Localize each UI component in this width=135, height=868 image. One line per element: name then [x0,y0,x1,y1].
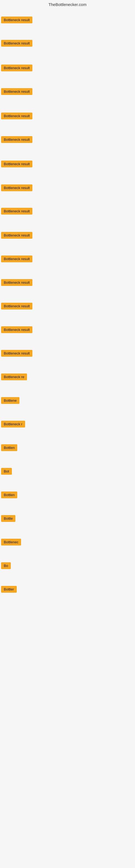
badge-row-7: Bottleneck result [1,161,32,168]
badge-row-13: Bottleneck result [1,303,32,311]
page-wrapper: TheBottlenecker.com Bottleneck resultBot… [0,0,135,868]
bottleneck-badge-23[interactable]: Bottlenec [1,539,21,546]
bottleneck-badge-18[interactable]: Bottleneck r [1,421,25,428]
badge-row-16: Bottleneck re [1,373,27,381]
bottleneck-badge-11[interactable]: Bottleneck result [1,255,32,262]
badge-row-23: Bottlenec [1,539,21,547]
bottleneck-badge-2[interactable]: Bottleneck result [1,40,32,46]
bottleneck-badge-9[interactable]: Bottleneck result [1,208,32,215]
bottleneck-badge-7[interactable]: Bottleneck result [1,161,32,167]
badge-row-12: Bottleneck result [1,279,32,287]
bottleneck-badge-20[interactable]: Bot [1,468,12,475]
bottleneck-badge-17[interactable]: Bottlene [1,397,19,404]
bottleneck-badge-6[interactable]: Bottleneck result [1,136,32,143]
badge-row-18: Bottleneck r [1,421,25,429]
badge-row-19: Bottlen [1,444,17,452]
site-header: TheBottlenecker.com [0,0,135,9]
badge-row-21: Bottlen [1,492,17,499]
badge-row-24: Bo [1,562,11,570]
badge-row-6: Bottleneck result [1,136,32,144]
bottleneck-badge-14[interactable]: Bottleneck result [1,326,32,333]
badge-row-8: Bottleneck result [1,184,32,192]
site-title: TheBottlenecker.com [49,2,87,7]
bottleneck-badge-19[interactable]: Bottlen [1,444,17,451]
bottleneck-badge-8[interactable]: Bottleneck result [1,184,32,191]
badge-row-10: Bottleneck result [1,232,32,240]
badge-row-11: Bottleneck result [1,255,32,264]
badge-row-5: Bottleneck result [1,113,32,120]
bottleneck-badge-16[interactable]: Bottleneck re [1,373,27,380]
badge-row-1: Bottleneck result [1,17,32,24]
badge-row-15: Bottleneck result [1,350,32,358]
badge-row-17: Bottlene [1,397,19,405]
badge-row-9: Bottleneck result [1,208,32,216]
badge-row-3: Bottleneck result [1,65,32,72]
badge-row-2: Bottleneck result [1,40,32,48]
bottleneck-badge-3[interactable]: Bottleneck result [1,65,32,71]
badges-container: Bottleneck resultBottleneck resultBottle… [0,9,135,660]
bottleneck-badge-22[interactable]: Bottle [1,515,15,522]
badge-row-22: Bottle [1,515,15,523]
badge-row-20: Bot [1,468,12,476]
bottleneck-badge-13[interactable]: Bottleneck result [1,303,32,310]
bottleneck-badge-25[interactable]: Bottler [1,586,17,593]
badge-row-14: Bottleneck result [1,326,32,334]
bottleneck-badge-10[interactable]: Bottleneck result [1,232,32,239]
bottleneck-badge-12[interactable]: Bottleneck result [1,279,32,286]
badge-row-4: Bottleneck result [1,88,32,96]
bottleneck-badge-1[interactable]: Bottleneck result [1,17,32,23]
badge-row-25: Bottler [1,586,17,594]
bottleneck-badge-21[interactable]: Bottlen [1,492,17,498]
bottleneck-badge-15[interactable]: Bottleneck result [1,350,32,357]
bottleneck-badge-5[interactable]: Bottleneck result [1,113,32,119]
bottleneck-badge-4[interactable]: Bottleneck result [1,88,32,95]
bottleneck-badge-24[interactable]: Bo [1,562,11,569]
